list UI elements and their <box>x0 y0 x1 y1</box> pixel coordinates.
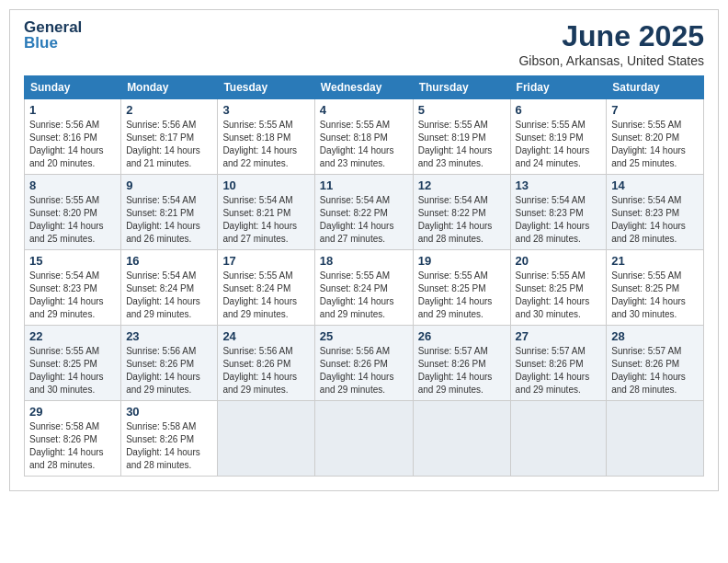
calendar-cell: 8Sunrise: 5:55 AMSunset: 8:20 PMDaylight… <box>25 175 121 250</box>
calendar-cell <box>607 401 704 477</box>
day-info: Sunrise: 5:55 AMSunset: 8:25 PMDaylight:… <box>418 270 506 321</box>
day-number: 11 <box>320 178 408 192</box>
calendar-cell: 19Sunrise: 5:55 AMSunset: 8:25 PMDayligh… <box>413 250 510 326</box>
calendar-cell: 14Sunrise: 5:54 AMSunset: 8:23 PMDayligh… <box>607 175 704 250</box>
weekday-header-tuesday: Tuesday <box>218 76 314 99</box>
day-number: 15 <box>29 254 116 268</box>
calendar-week-row: 1Sunrise: 5:56 AMSunset: 8:16 PMDaylight… <box>25 99 704 175</box>
calendar-table: SundayMondayTuesdayWednesdayThursdayFrid… <box>24 75 704 477</box>
calendar-cell <box>314 401 413 477</box>
calendar-cell: 29Sunrise: 5:58 AMSunset: 8:26 PMDayligh… <box>25 401 121 477</box>
calendar-cell: 21Sunrise: 5:55 AMSunset: 8:25 PMDayligh… <box>607 250 704 326</box>
calendar-cell: 22Sunrise: 5:55 AMSunset: 8:25 PMDayligh… <box>25 326 121 401</box>
day-info: Sunrise: 5:58 AMSunset: 8:26 PMDaylight:… <box>29 420 116 472</box>
calendar-week-row: 15Sunrise: 5:54 AMSunset: 8:23 PMDayligh… <box>25 250 704 326</box>
calendar-cell: 17Sunrise: 5:55 AMSunset: 8:24 PMDayligh… <box>218 250 314 326</box>
day-info: Sunrise: 5:56 AMSunset: 8:26 PMDaylight:… <box>320 345 408 396</box>
calendar-cell <box>510 401 607 477</box>
weekday-header-wednesday: Wednesday <box>314 76 413 99</box>
calendar-cell: 23Sunrise: 5:56 AMSunset: 8:26 PMDayligh… <box>121 326 218 401</box>
day-number: 14 <box>611 178 699 192</box>
month-title: June 2025 <box>518 19 704 53</box>
calendar-cell: 15Sunrise: 5:54 AMSunset: 8:23 PMDayligh… <box>25 250 121 326</box>
calendar-cell: 25Sunrise: 5:56 AMSunset: 8:26 PMDayligh… <box>314 326 413 401</box>
day-number: 7 <box>611 103 699 117</box>
day-number: 20 <box>516 254 602 268</box>
day-number: 28 <box>611 329 699 343</box>
day-info: Sunrise: 5:55 AMSunset: 8:19 PMDaylight:… <box>516 119 602 170</box>
calendar-cell: 20Sunrise: 5:55 AMSunset: 8:25 PMDayligh… <box>510 250 607 326</box>
day-info: Sunrise: 5:55 AMSunset: 8:25 PMDaylight:… <box>516 270 602 321</box>
day-info: Sunrise: 5:55 AMSunset: 8:24 PMDaylight:… <box>320 270 408 321</box>
day-info: Sunrise: 5:54 AMSunset: 8:22 PMDaylight:… <box>418 194 506 246</box>
calendar-cell: 7Sunrise: 5:55 AMSunset: 8:20 PMDaylight… <box>607 99 704 175</box>
page: General Blue June 2025 Gibson, Arkansas,… <box>9 9 719 491</box>
calendar-cell: 4Sunrise: 5:55 AMSunset: 8:18 PMDaylight… <box>314 99 413 175</box>
weekday-header-saturday: Saturday <box>607 76 704 99</box>
calendar-cell: 11Sunrise: 5:54 AMSunset: 8:22 PMDayligh… <box>314 175 413 250</box>
day-number: 18 <box>320 254 408 268</box>
logo: General Blue <box>24 19 59 54</box>
weekday-header-sunday: Sunday <box>25 76 121 99</box>
day-info: Sunrise: 5:55 AMSunset: 8:18 PMDaylight:… <box>222 119 309 170</box>
day-info: Sunrise: 5:55 AMSunset: 8:20 PMDaylight:… <box>29 194 116 246</box>
day-number: 26 <box>418 329 506 343</box>
calendar-cell: 13Sunrise: 5:54 AMSunset: 8:23 PMDayligh… <box>510 175 607 250</box>
day-info: Sunrise: 5:55 AMSunset: 8:25 PMDaylight:… <box>611 270 699 321</box>
calendar-cell: 1Sunrise: 5:56 AMSunset: 8:16 PMDaylight… <box>25 99 121 175</box>
title-block: June 2025 Gibson, Arkansas, United State… <box>518 19 704 68</box>
calendar-cell: 2Sunrise: 5:56 AMSunset: 8:17 PMDaylight… <box>121 99 218 175</box>
day-info: Sunrise: 5:56 AMSunset: 8:26 PMDaylight:… <box>126 345 212 396</box>
day-number: 19 <box>418 254 506 268</box>
day-info: Sunrise: 5:54 AMSunset: 8:23 PMDaylight:… <box>611 194 699 246</box>
weekday-header-thursday: Thursday <box>413 76 510 99</box>
day-number: 16 <box>126 254 212 268</box>
calendar-cell: 28Sunrise: 5:57 AMSunset: 8:26 PMDayligh… <box>607 326 704 401</box>
day-number: 2 <box>126 103 212 117</box>
calendar-cell: 27Sunrise: 5:57 AMSunset: 8:26 PMDayligh… <box>510 326 607 401</box>
day-number: 1 <box>29 103 116 117</box>
day-number: 4 <box>320 103 408 117</box>
calendar-cell: 10Sunrise: 5:54 AMSunset: 8:21 PMDayligh… <box>218 175 314 250</box>
day-info: Sunrise: 5:56 AMSunset: 8:16 PMDaylight:… <box>29 119 116 170</box>
calendar-cell <box>413 401 510 477</box>
day-number: 10 <box>222 178 309 192</box>
day-info: Sunrise: 5:58 AMSunset: 8:26 PMDaylight:… <box>126 420 212 472</box>
day-info: Sunrise: 5:54 AMSunset: 8:22 PMDaylight:… <box>320 194 408 246</box>
calendar-cell: 9Sunrise: 5:54 AMSunset: 8:21 PMDaylight… <box>121 175 218 250</box>
weekday-header-friday: Friday <box>510 76 607 99</box>
day-number: 22 <box>29 329 116 343</box>
calendar-cell: 26Sunrise: 5:57 AMSunset: 8:26 PMDayligh… <box>413 326 510 401</box>
calendar-week-row: 8Sunrise: 5:55 AMSunset: 8:20 PMDaylight… <box>25 175 704 250</box>
day-info: Sunrise: 5:57 AMSunset: 8:26 PMDaylight:… <box>516 345 602 396</box>
day-number: 23 <box>126 329 212 343</box>
day-info: Sunrise: 5:55 AMSunset: 8:20 PMDaylight:… <box>611 119 699 170</box>
day-number: 29 <box>29 405 116 419</box>
day-info: Sunrise: 5:54 AMSunset: 8:23 PMDaylight:… <box>29 270 116 321</box>
day-info: Sunrise: 5:57 AMSunset: 8:26 PMDaylight:… <box>418 345 506 396</box>
logo-icon: General Blue <box>24 19 59 54</box>
calendar-cell: 5Sunrise: 5:55 AMSunset: 8:19 PMDaylight… <box>413 99 510 175</box>
calendar-cell: 24Sunrise: 5:56 AMSunset: 8:26 PMDayligh… <box>218 326 314 401</box>
header: General Blue June 2025 Gibson, Arkansas,… <box>24 19 704 68</box>
day-number: 24 <box>222 329 309 343</box>
day-info: Sunrise: 5:56 AMSunset: 8:17 PMDaylight:… <box>126 119 212 170</box>
location: Gibson, Arkansas, United States <box>518 53 704 68</box>
day-number: 9 <box>126 178 212 192</box>
day-info: Sunrise: 5:56 AMSunset: 8:26 PMDaylight:… <box>222 345 309 396</box>
day-info: Sunrise: 5:54 AMSunset: 8:23 PMDaylight:… <box>516 194 602 246</box>
day-info: Sunrise: 5:55 AMSunset: 8:24 PMDaylight:… <box>222 270 309 321</box>
day-number: 17 <box>222 254 309 268</box>
calendar-cell: 18Sunrise: 5:55 AMSunset: 8:24 PMDayligh… <box>314 250 413 326</box>
day-info: Sunrise: 5:54 AMSunset: 8:21 PMDaylight:… <box>222 194 309 246</box>
calendar-cell: 16Sunrise: 5:54 AMSunset: 8:24 PMDayligh… <box>121 250 218 326</box>
calendar-cell: 6Sunrise: 5:55 AMSunset: 8:19 PMDaylight… <box>510 99 607 175</box>
day-number: 27 <box>516 329 602 343</box>
day-info: Sunrise: 5:54 AMSunset: 8:21 PMDaylight:… <box>126 194 212 246</box>
calendar-cell: 12Sunrise: 5:54 AMSunset: 8:22 PMDayligh… <box>413 175 510 250</box>
day-info: Sunrise: 5:57 AMSunset: 8:26 PMDaylight:… <box>611 345 699 396</box>
day-info: Sunrise: 5:54 AMSunset: 8:24 PMDaylight:… <box>126 270 212 321</box>
day-info: Sunrise: 5:55 AMSunset: 8:19 PMDaylight:… <box>418 119 506 170</box>
calendar-header-row: SundayMondayTuesdayWednesdayThursdayFrid… <box>25 76 704 99</box>
calendar-week-row: 22Sunrise: 5:55 AMSunset: 8:25 PMDayligh… <box>25 326 704 401</box>
